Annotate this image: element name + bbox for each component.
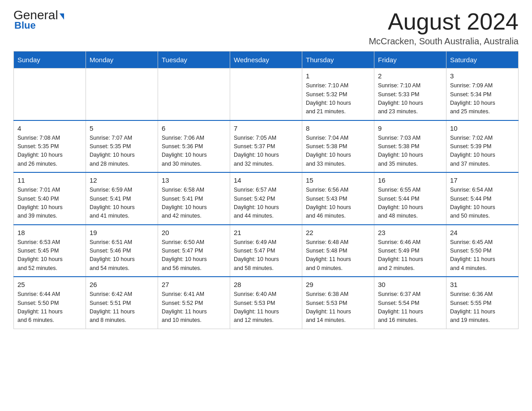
table-row: 24Sunrise: 6:45 AM Sunset: 5:50 PM Dayli… xyxy=(446,225,519,277)
day-number: 22 xyxy=(306,229,370,236)
table-row: 28Sunrise: 6:40 AM Sunset: 5:53 PM Dayli… xyxy=(230,277,302,329)
table-row xyxy=(14,68,86,120)
day-info: Sunrise: 7:01 AM Sunset: 5:40 PM Dayligh… xyxy=(17,186,82,221)
day-number: 1 xyxy=(306,72,370,80)
day-number: 4 xyxy=(17,124,82,132)
day-info: Sunrise: 6:55 AM Sunset: 5:44 PM Dayligh… xyxy=(378,186,442,221)
table-row: 10Sunrise: 7:02 AM Sunset: 5:39 PM Dayli… xyxy=(446,120,519,173)
calendar-week-row: 18Sunrise: 6:53 AM Sunset: 5:45 PM Dayli… xyxy=(14,225,519,277)
logo-blue: Blue xyxy=(13,20,36,31)
day-info: Sunrise: 6:48 AM Sunset: 5:48 PM Dayligh… xyxy=(306,238,370,273)
day-info: Sunrise: 7:07 AM Sunset: 5:35 PM Dayligh… xyxy=(90,134,154,169)
col-wednesday: Wednesday xyxy=(230,51,302,68)
col-friday: Friday xyxy=(374,51,446,68)
day-number: 23 xyxy=(378,229,442,236)
table-row: 7Sunrise: 7:05 AM Sunset: 5:37 PM Daylig… xyxy=(230,120,302,173)
day-info: Sunrise: 6:36 AM Sunset: 5:55 PM Dayligh… xyxy=(450,290,515,325)
calendar-table: Sunday Monday Tuesday Wednesday Thursday… xyxy=(13,51,519,329)
table-row: 18Sunrise: 6:53 AM Sunset: 5:45 PM Dayli… xyxy=(14,225,86,277)
day-number: 31 xyxy=(450,281,515,288)
day-info: Sunrise: 6:38 AM Sunset: 5:53 PM Dayligh… xyxy=(306,290,370,325)
day-info: Sunrise: 7:06 AM Sunset: 5:36 PM Dayligh… xyxy=(162,134,226,169)
location: McCracken, South Australia, Australia xyxy=(369,36,519,47)
col-saturday: Saturday xyxy=(446,51,519,68)
logo: General Blue xyxy=(13,9,64,31)
table-row: 22Sunrise: 6:48 AM Sunset: 5:48 PM Dayli… xyxy=(302,225,374,277)
day-info: Sunrise: 6:44 AM Sunset: 5:50 PM Dayligh… xyxy=(17,290,82,325)
table-row: 20Sunrise: 6:50 AM Sunset: 5:47 PM Dayli… xyxy=(158,225,230,277)
table-row: 13Sunrise: 6:58 AM Sunset: 5:41 PM Dayli… xyxy=(158,172,230,225)
day-info: Sunrise: 7:05 AM Sunset: 5:37 PM Dayligh… xyxy=(234,134,298,169)
table-row: 2Sunrise: 7:10 AM Sunset: 5:33 PM Daylig… xyxy=(374,68,446,120)
table-row: 16Sunrise: 6:55 AM Sunset: 5:44 PM Dayli… xyxy=(374,172,446,225)
day-info: Sunrise: 6:50 AM Sunset: 5:47 PM Dayligh… xyxy=(162,238,226,273)
day-info: Sunrise: 7:09 AM Sunset: 5:34 PM Dayligh… xyxy=(450,81,515,116)
col-monday: Monday xyxy=(86,51,158,68)
table-row xyxy=(230,68,302,120)
table-row: 19Sunrise: 6:51 AM Sunset: 5:46 PM Dayli… xyxy=(86,225,158,277)
day-number: 16 xyxy=(378,176,442,184)
table-row: 9Sunrise: 7:03 AM Sunset: 5:38 PM Daylig… xyxy=(374,120,446,173)
table-row xyxy=(158,68,230,120)
day-info: Sunrise: 6:41 AM Sunset: 5:52 PM Dayligh… xyxy=(162,290,226,325)
calendar-week-row: 25Sunrise: 6:44 AM Sunset: 5:50 PM Dayli… xyxy=(14,277,519,329)
day-number: 12 xyxy=(90,176,154,184)
day-number: 7 xyxy=(234,124,298,132)
day-info: Sunrise: 6:57 AM Sunset: 5:42 PM Dayligh… xyxy=(234,186,298,221)
table-row: 6Sunrise: 7:06 AM Sunset: 5:36 PM Daylig… xyxy=(158,120,230,173)
day-number: 17 xyxy=(450,176,515,184)
table-row xyxy=(86,68,158,120)
table-row: 21Sunrise: 6:49 AM Sunset: 5:47 PM Dayli… xyxy=(230,225,302,277)
day-number: 10 xyxy=(450,124,515,132)
day-number: 5 xyxy=(90,124,154,132)
day-number: 30 xyxy=(378,281,442,288)
table-row: 12Sunrise: 6:59 AM Sunset: 5:41 PM Dayli… xyxy=(86,172,158,225)
day-number: 20 xyxy=(162,229,226,236)
day-info: Sunrise: 6:56 AM Sunset: 5:43 PM Dayligh… xyxy=(306,186,370,221)
table-row: 26Sunrise: 6:42 AM Sunset: 5:51 PM Dayli… xyxy=(86,277,158,329)
table-row: 17Sunrise: 6:54 AM Sunset: 5:44 PM Dayli… xyxy=(446,172,519,225)
calendar-week-row: 1Sunrise: 7:10 AM Sunset: 5:32 PM Daylig… xyxy=(14,68,519,120)
day-info: Sunrise: 6:46 AM Sunset: 5:49 PM Dayligh… xyxy=(378,238,442,273)
day-info: Sunrise: 7:04 AM Sunset: 5:38 PM Dayligh… xyxy=(306,134,370,169)
day-number: 29 xyxy=(306,281,370,288)
table-row: 23Sunrise: 6:46 AM Sunset: 5:49 PM Dayli… xyxy=(374,225,446,277)
table-row: 30Sunrise: 6:37 AM Sunset: 5:54 PM Dayli… xyxy=(374,277,446,329)
table-row: 27Sunrise: 6:41 AM Sunset: 5:52 PM Dayli… xyxy=(158,277,230,329)
day-info: Sunrise: 6:42 AM Sunset: 5:51 PM Dayligh… xyxy=(90,290,154,325)
table-row: 8Sunrise: 7:04 AM Sunset: 5:38 PM Daylig… xyxy=(302,120,374,173)
day-info: Sunrise: 6:59 AM Sunset: 5:41 PM Dayligh… xyxy=(90,186,154,221)
day-number: 27 xyxy=(162,281,226,288)
col-thursday: Thursday xyxy=(302,51,374,68)
day-number: 26 xyxy=(90,281,154,288)
day-number: 28 xyxy=(234,281,298,288)
table-row: 3Sunrise: 7:09 AM Sunset: 5:34 PM Daylig… xyxy=(446,68,519,120)
day-number: 15 xyxy=(306,176,370,184)
day-info: Sunrise: 7:10 AM Sunset: 5:32 PM Dayligh… xyxy=(306,81,370,116)
day-number: 18 xyxy=(17,229,82,236)
month-title: August 2024 xyxy=(369,9,519,34)
table-row: 25Sunrise: 6:44 AM Sunset: 5:50 PM Dayli… xyxy=(14,277,86,329)
table-row: 5Sunrise: 7:07 AM Sunset: 5:35 PM Daylig… xyxy=(86,120,158,173)
day-info: Sunrise: 6:49 AM Sunset: 5:47 PM Dayligh… xyxy=(234,238,298,273)
day-number: 11 xyxy=(17,176,82,184)
table-row: 4Sunrise: 7:08 AM Sunset: 5:35 PM Daylig… xyxy=(14,120,86,173)
day-info: Sunrise: 6:37 AM Sunset: 5:54 PM Dayligh… xyxy=(378,290,442,325)
table-row: 29Sunrise: 6:38 AM Sunset: 5:53 PM Dayli… xyxy=(302,277,374,329)
day-number: 14 xyxy=(234,176,298,184)
day-number: 21 xyxy=(234,229,298,236)
day-info: Sunrise: 6:51 AM Sunset: 5:46 PM Dayligh… xyxy=(90,238,154,273)
day-number: 24 xyxy=(450,229,515,236)
day-info: Sunrise: 7:10 AM Sunset: 5:33 PM Dayligh… xyxy=(378,81,442,116)
col-tuesday: Tuesday xyxy=(158,51,230,68)
day-number: 9 xyxy=(378,124,442,132)
day-info: Sunrise: 6:58 AM Sunset: 5:41 PM Dayligh… xyxy=(162,186,226,221)
day-info: Sunrise: 6:53 AM Sunset: 5:45 PM Dayligh… xyxy=(17,238,82,273)
calendar-header-row: Sunday Monday Tuesday Wednesday Thursday… xyxy=(14,51,519,68)
page-header: General Blue August 2024 McCracken, Sout… xyxy=(13,9,519,47)
day-number: 2 xyxy=(378,72,442,80)
title-section: August 2024 McCracken, South Australia, … xyxy=(369,9,519,47)
table-row: 31Sunrise: 6:36 AM Sunset: 5:55 PM Dayli… xyxy=(446,277,519,329)
table-row: 1Sunrise: 7:10 AM Sunset: 5:32 PM Daylig… xyxy=(302,68,374,120)
day-info: Sunrise: 6:40 AM Sunset: 5:53 PM Dayligh… xyxy=(234,290,298,325)
